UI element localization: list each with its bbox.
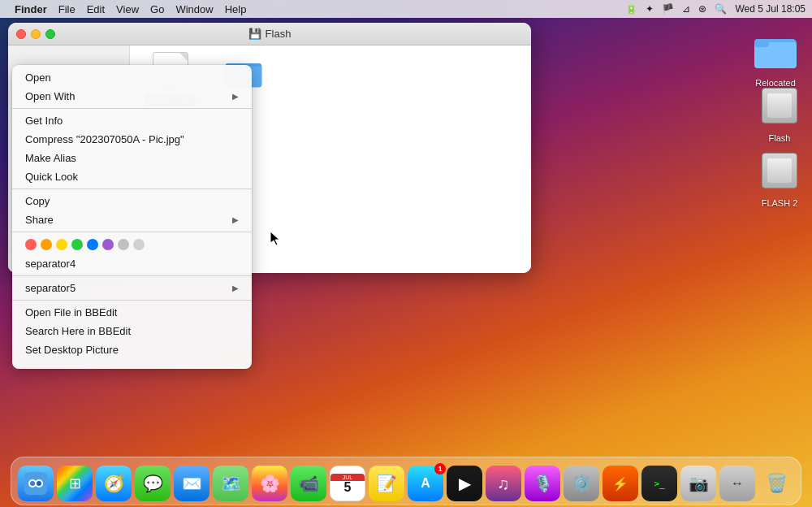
dock-facetime[interactable]: 📹 <box>291 466 326 501</box>
window-close-button[interactable] <box>16 29 26 39</box>
dock-appstore[interactable]: A 1 <box>408 466 443 501</box>
menubar-window[interactable]: Window <box>175 3 213 15</box>
relocated-folder-svg <box>753 31 798 70</box>
ctx-compress[interactable]: Compress "202307050A - Pic.jpg" <box>12 130 252 149</box>
tag-gray[interactable] <box>118 239 129 250</box>
ctx-compare-bbedit[interactable]: Open File in BBEdit <box>12 303 252 322</box>
flash-drive-icon <box>755 81 804 130</box>
dock-tv[interactable]: ▶ <box>447 466 482 501</box>
dock-podcasts[interactable]: 🎙️ <box>525 466 560 501</box>
menubar-file[interactable]: File <box>58 3 76 15</box>
menubar-wifi-icon[interactable]: 🔋 <box>625 3 637 15</box>
tag-green[interactable] <box>71 239 83 250</box>
podcasts-icon: 🎙️ <box>533 474 553 493</box>
flash2-drive-shape <box>762 153 797 188</box>
dock-image-capture[interactable]: 📷 <box>680 466 716 501</box>
window-minimize-button[interactable] <box>31 29 41 39</box>
menubar-search-icon[interactable]: 🔍 <box>715 3 727 15</box>
dock-avast[interactable]: ⚡ <box>603 466 638 501</box>
dock-photos[interactable]: 🌸 <box>252 466 287 501</box>
tag-red[interactable] <box>25 239 37 250</box>
dock-notes[interactable]: 📝 <box>369 466 404 501</box>
window-maximize-button[interactable] <box>45 29 55 39</box>
mail-icon: ✉️ <box>182 474 202 493</box>
desktop-icon-flash2[interactable]: FLASH 2 <box>747 146 812 210</box>
menubar-finder[interactable]: Finder <box>15 3 47 15</box>
dock-migrate[interactable]: ↔ <box>719 466 755 501</box>
ctx-quick-actions-label: separator5 <box>25 282 76 294</box>
tag-blue[interactable] <box>87 239 98 250</box>
ctx-make-alias[interactable]: Make Alias <box>12 149 252 167</box>
dock-music[interactable]: ♫ <box>486 466 521 501</box>
menubar-view[interactable]: View <box>116 3 139 15</box>
ctx-get-info[interactable]: Get Info <box>12 111 252 130</box>
ctx-share[interactable]: Share ▶ <box>12 210 252 229</box>
ctx-open[interactable]: Open <box>12 68 252 87</box>
preferences-icon: ⚙️ <box>572 474 592 493</box>
flash2-icon-label: FLASH 2 <box>759 197 801 210</box>
svg-point-10 <box>30 481 35 486</box>
menubar-edit[interactable]: Edit <box>87 3 105 15</box>
image-capture-icon: 📷 <box>689 474 709 493</box>
context-menu: Open Open With ▶ Get Info Compress "2023… <box>12 65 252 369</box>
ctx-compare-bbedit-label: Open File in BBEdit <box>25 306 117 318</box>
window-controls <box>16 29 55 39</box>
notes-icon: 📝 <box>377 474 397 493</box>
dock-finder[interactable] <box>18 466 54 501</box>
finder-titlebar: 💾 Flash <box>8 23 531 46</box>
ctx-separator-3 <box>12 232 252 232</box>
launchpad-icon: ⊞ <box>69 474 81 492</box>
ctx-tags-row <box>12 235 252 254</box>
flash-icon-label: Flash <box>767 132 793 145</box>
appstore-badge: 1 <box>434 463 446 474</box>
dock-maps[interactable]: 🗺️ <box>213 466 248 501</box>
ctx-open-label: Open <box>25 72 51 84</box>
dock-mail[interactable]: ✉️ <box>174 466 209 501</box>
terminal-icon: >_ <box>654 479 664 489</box>
tag-purple[interactable] <box>102 239 114 250</box>
ctx-quick-look-label: Quick Look <box>25 171 78 183</box>
dock-launchpad[interactable]: ⊞ <box>57 466 93 501</box>
ctx-separator-5 <box>12 300 252 301</box>
desktop-icon-flash[interactable]: Flash <box>747 81 812 145</box>
dock-messages[interactable]: 💬 <box>135 466 171 501</box>
ctx-quick-look[interactable]: Quick Look <box>12 167 252 186</box>
trash-icon: 🗑️ <box>766 473 788 494</box>
dock-safari[interactable]: 🧭 <box>96 466 132 501</box>
ctx-set-desktop[interactable] <box>12 359 252 366</box>
dock-trash[interactable]: 🗑️ <box>758 466 794 501</box>
migrate-icon: ↔ <box>731 476 744 491</box>
menubar-datetime: Wed 5 Jul 18:05 <box>735 3 806 15</box>
ctx-separator-2 <box>12 188 252 189</box>
ctx-quick-actions-arrow: ▶ <box>232 284 239 292</box>
dock-preferences[interactable]: ⚙️ <box>564 466 599 501</box>
tag-yellow[interactable] <box>56 239 67 250</box>
ctx-open-with[interactable]: Open With ▶ <box>12 87 252 106</box>
flash-drive-shape <box>762 88 797 124</box>
tag-orange[interactable] <box>41 239 52 250</box>
ctx-open-bbedit[interactable]: Search Here in BBEdit <box>12 322 252 340</box>
maps-icon: 🗺️ <box>221 474 241 493</box>
svg-rect-5 <box>754 39 769 47</box>
ctx-get-info-label: Get Info <box>25 115 63 127</box>
ctx-separator-4 <box>12 275 252 276</box>
photos-icon: 🌸 <box>260 474 280 493</box>
ctx-make-alias-label: Make Alias <box>25 152 76 164</box>
dock: ⊞ 🧭 💬 ✉️ 🗺️ 🌸 📹 JUL 5 📝 A 1 ▶ ♫ 🎙️ ⚙️ <box>11 457 801 505</box>
facetime-icon: 📹 <box>299 474 319 493</box>
menubar: Finder File Edit View Go Window Help 🔋 ✦… <box>0 0 812 18</box>
menubar-help[interactable]: Help <box>225 3 247 15</box>
window-title-text: Flash <box>266 28 292 40</box>
ctx-quick-actions[interactable]: separator5 ▶ <box>12 279 252 297</box>
ctx-tags-label[interactable]: separator4 <box>12 254 252 273</box>
ctx-search-bbedit[interactable]: Set Desktop Picture <box>12 340 252 359</box>
menubar-go[interactable]: Go <box>150 3 164 15</box>
window-title-icon: 💾 <box>248 28 261 40</box>
ctx-separator-1 <box>12 108 252 109</box>
dock-calendar[interactable]: JUL 5 <box>330 466 365 501</box>
ctx-open-with-label: Open With <box>25 90 75 102</box>
svg-point-11 <box>37 481 41 486</box>
dock-terminal[interactable]: >_ <box>641 466 677 501</box>
ctx-copy[interactable]: Copy <box>12 192 252 210</box>
tag-light[interactable] <box>133 239 145 250</box>
